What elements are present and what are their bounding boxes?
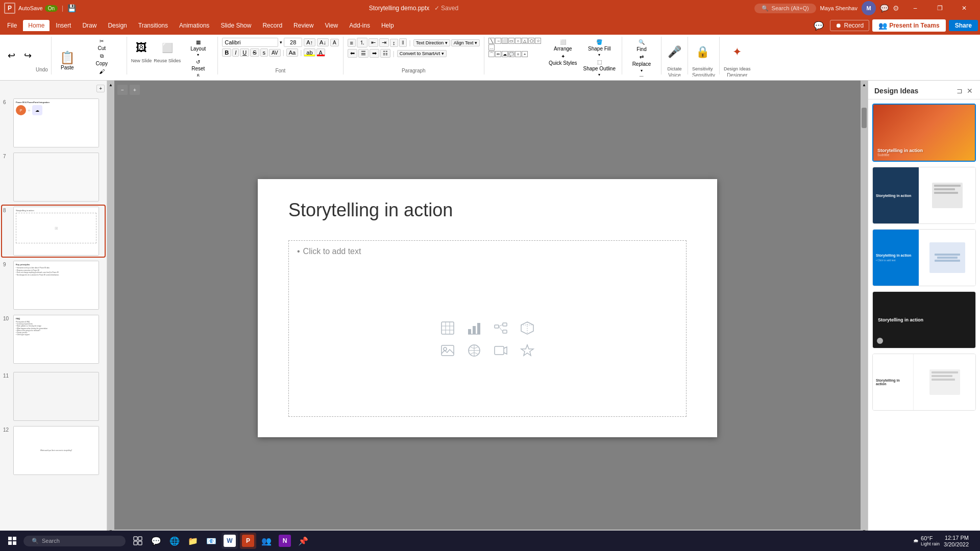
line-spacing-button[interactable]: ↕ <box>390 39 398 47</box>
slide-title[interactable]: Storytelling in action <box>288 199 453 221</box>
insert-table-icon[interactable] <box>438 319 457 337</box>
menu-item-file[interactable]: File <box>2 20 22 31</box>
menu-item-insert[interactable]: Insert <box>51 20 76 31</box>
shape-rect[interactable]: ⬜ <box>502 38 508 44</box>
increase-font-button[interactable]: A↑ <box>304 38 315 46</box>
zoom-in-canvas-btn[interactable]: + <box>130 85 140 95</box>
italic-button[interactable]: I <box>232 48 239 57</box>
char-spacing-button[interactable]: AV <box>269 49 281 57</box>
menu-item-review[interactable]: Review <box>288 20 318 31</box>
feedback-icon[interactable]: 💬 <box>880 4 889 12</box>
design-idea-card-5[interactable]: Storytelling in action <box>872 354 976 411</box>
record-button[interactable]: ⏺ Record <box>830 20 869 31</box>
shape-fill-button[interactable]: 🪣Shape Fill▾ <box>581 39 618 58</box>
menu-item-view[interactable]: View <box>320 20 343 31</box>
shape-line[interactable]: ╲ <box>488 38 495 44</box>
sensitivity-button[interactable]: 🔒 <box>694 38 712 66</box>
taskbar-word-btn[interactable]: W <box>222 533 238 549</box>
shape-tri[interactable]: △ <box>522 38 528 44</box>
shape-cloud[interactable]: ☁ <box>502 51 508 57</box>
find-button[interactable]: 🔍Find <box>626 39 657 53</box>
align-right-button[interactable]: ➡ <box>370 49 379 58</box>
comment-icon-btn[interactable]: 💬 <box>811 20 827 32</box>
menu-item-animations[interactable]: Animations <box>174 20 214 31</box>
settings-icon[interactable]: ⚙ <box>893 4 899 12</box>
taskbar-explorer-btn[interactable]: 📁 <box>185 533 201 549</box>
left-scrollbar[interactable]: ▲ ▼ <box>107 81 114 536</box>
font-color-button[interactable]: A <box>316 48 325 57</box>
slide-thumb-8[interactable]: 8 Storytelling in action ⊞ <box>2 206 105 257</box>
clear-format-button[interactable]: A <box>330 39 339 46</box>
slide-thumb-7[interactable]: 7 <box>2 152 105 203</box>
menu-item-help[interactable]: Help <box>376 20 399 31</box>
design-ideas-button[interactable]: ✦ <box>729 38 745 66</box>
taskbar-teams-btn[interactable]: 👥 <box>258 533 275 549</box>
insert-chart-icon[interactable] <box>465 319 483 337</box>
design-idea-card-2[interactable]: Storytelling in action <box>872 167 976 224</box>
shape-callout[interactable]: 💬 <box>508 51 514 57</box>
reset-button[interactable]: ↺Reset <box>183 59 213 72</box>
menu-item-slideshow[interactable]: Slide Show <box>215 20 256 31</box>
bullets-button[interactable]: ≡ <box>348 39 356 47</box>
change-case-button[interactable]: Aa <box>286 48 298 57</box>
right-scrollbar[interactable]: ▲ ▼ <box>861 81 868 536</box>
shape-plus[interactable]: + <box>522 51 528 57</box>
search-box[interactable]: 🔍 Search (Alt+Q) <box>754 4 816 13</box>
taskbar-clock[interactable]: 12:17 PM 3/20/2022 <box>944 535 969 547</box>
shape-star[interactable]: ☆ <box>535 38 541 44</box>
close-btn[interactable]: ✕ <box>952 0 976 16</box>
design-idea-card-3[interactable]: Storytelling in action • Click to add te… <box>872 229 976 286</box>
arrange-button[interactable]: ⬜Arrange <box>547 39 579 52</box>
menu-item-draw[interactable]: Draw <box>77 20 102 31</box>
quick-styles-button[interactable]: ✦Quick Styles <box>547 53 579 66</box>
reuse-slides-button[interactable]: ⬜ <box>159 38 176 58</box>
shape-outline-button[interactable]: ⬚Shape Outline▾ <box>581 59 618 77</box>
shadow-button[interactable]: s <box>260 48 268 57</box>
restore-btn[interactable]: ❐ <box>928 0 951 16</box>
design-idea-card-1[interactable]: Storytelling in action Subtitle <box>872 104 976 162</box>
shape-circle[interactable]: ○ <box>515 38 521 44</box>
present-teams-button[interactable]: 👥 Present in Teams <box>872 19 945 32</box>
slide-thumb-12[interactable]: 12 What would you like to see next in st… <box>2 425 105 476</box>
format-painter-button[interactable]: 🖌Format Painter <box>81 68 122 77</box>
layout-button[interactable]: ▦Layout▾ <box>183 39 213 58</box>
insert-video-icon[interactable] <box>492 341 510 360</box>
menu-item-design[interactable]: Design <box>103 20 132 31</box>
add-section-button[interactable]: + <box>96 85 105 92</box>
decrease-font-button[interactable]: A↓ <box>317 38 329 46</box>
show-desktop-btn[interactable] <box>973 533 976 549</box>
slide-thumb-10[interactable]: 10 FAQ Prerequisites & FAQ • Licensing r… <box>2 314 105 365</box>
taskbar-widgets-btn[interactable] <box>130 533 146 549</box>
text-direction-button[interactable]: Text Direction ▾ <box>413 39 450 46</box>
right-scroll-up-btn[interactable]: ▲ <box>862 83 866 87</box>
shape-more[interactable]: … <box>488 44 495 51</box>
menu-item-addins[interactable]: Add-ins <box>344 20 375 31</box>
strikethrough-button[interactable]: S <box>250 48 259 57</box>
content-box[interactable]: • Click to add text <box>288 240 687 417</box>
center-button[interactable]: ☰ <box>358 49 369 58</box>
scroll-up-btn[interactable]: ▲ <box>109 83 113 87</box>
design-panel-close-btn[interactable]: ✕ <box>966 86 974 96</box>
insert-smartart-icon[interactable] <box>492 319 510 337</box>
slide-thumb-9[interactable]: 9 Key principles • Interactive and up-to… <box>2 260 105 311</box>
highlight-color-button[interactable]: ab <box>304 48 315 57</box>
decrease-indent-button[interactable]: ⇤ <box>369 38 378 47</box>
dictate-button[interactable]: 🎤 <box>666 38 683 66</box>
slide-thumb-11[interactable]: 11 <box>2 368 105 422</box>
copy-button[interactable]: ⧉Copy <box>81 53 122 67</box>
zoom-out-canvas-btn[interactable]: − <box>117 85 128 95</box>
bold-button[interactable]: B <box>222 48 231 57</box>
shape-pentagon[interactable]: ⬠ <box>528 38 534 44</box>
shape-curve[interactable]: ⌒ <box>488 51 495 57</box>
taskbar-edge-btn[interactable]: 🌐 <box>166 533 183 549</box>
taskbar-onenote-btn[interactable]: N <box>277 533 293 549</box>
taskbar-outlook-btn[interactable]: 📧 <box>203 533 219 549</box>
taskbar-chat-btn[interactable]: 💬 <box>148 533 164 549</box>
taskbar-search-bar[interactable]: 🔍 Search <box>23 536 126 546</box>
taskbar-weather[interactable]: 🌧 60°F Light rain <box>913 535 940 546</box>
design-panel-collapse-btn[interactable]: ⊐ <box>955 86 964 96</box>
align-left-button[interactable]: ⬅ <box>348 49 357 58</box>
undo-button[interactable]: ↩ <box>3 49 19 62</box>
font-name-input[interactable] <box>222 38 278 47</box>
new-slide-button[interactable]: 🖼 <box>133 38 150 58</box>
